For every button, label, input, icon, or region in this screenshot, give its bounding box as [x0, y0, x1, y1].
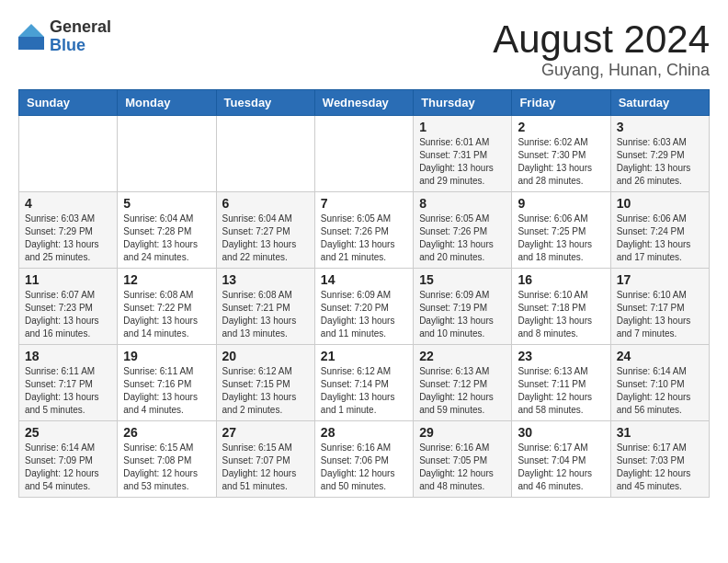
- calendar-cell: 21Sunrise: 6:12 AM Sunset: 7:14 PM Dayli…: [314, 345, 413, 421]
- logo-blue: Blue: [50, 37, 111, 55]
- weekday-header-sunday: Sunday: [19, 90, 118, 116]
- day-number: 5: [123, 196, 210, 211]
- weekday-header-monday: Monday: [118, 90, 216, 116]
- logo-general: General: [50, 18, 111, 37]
- calendar-cell: 28Sunrise: 6:16 AM Sunset: 7:06 PM Dayli…: [314, 421, 413, 498]
- calendar-cell: 18Sunrise: 6:11 AM Sunset: 7:17 PM Dayli…: [19, 345, 118, 421]
- day-number: 17: [617, 272, 703, 287]
- day-info: Sunrise: 6:09 AM Sunset: 7:20 PM Dayligh…: [321, 289, 407, 340]
- day-number: 11: [25, 272, 111, 287]
- day-number: 26: [123, 425, 210, 440]
- day-number: 2: [518, 120, 604, 134]
- calendar-cell: 15Sunrise: 6:09 AM Sunset: 7:19 PM Dayli…: [414, 269, 512, 345]
- day-info: Sunrise: 6:15 AM Sunset: 7:08 PM Dayligh…: [123, 442, 210, 493]
- calendar-subtitle: Guyang, Hunan, China: [493, 61, 710, 80]
- day-info: Sunrise: 6:13 AM Sunset: 7:11 PM Dayligh…: [518, 365, 604, 417]
- day-number: 8: [419, 196, 506, 211]
- logo: General Blue: [18, 18, 111, 55]
- day-info: Sunrise: 6:14 AM Sunset: 7:09 PM Dayligh…: [25, 442, 111, 493]
- day-info: Sunrise: 6:11 AM Sunset: 7:16 PM Dayligh…: [123, 365, 210, 417]
- weekday-header-row: SundayMondayTuesdayWednesdayThursdayFrid…: [19, 90, 710, 116]
- calendar-cell: [118, 116, 216, 192]
- day-info: Sunrise: 6:04 AM Sunset: 7:28 PM Dayligh…: [123, 213, 210, 264]
- day-info: Sunrise: 6:10 AM Sunset: 7:17 PM Dayligh…: [617, 289, 703, 340]
- day-info: Sunrise: 6:06 AM Sunset: 7:25 PM Dayligh…: [518, 213, 604, 264]
- calendar-cell: 22Sunrise: 6:13 AM Sunset: 7:12 PM Dayli…: [414, 345, 512, 421]
- day-info: Sunrise: 6:02 AM Sunset: 7:30 PM Dayligh…: [518, 136, 604, 188]
- weekday-header-thursday: Thursday: [414, 90, 512, 116]
- day-info: Sunrise: 6:04 AM Sunset: 7:27 PM Dayligh…: [222, 213, 309, 264]
- day-number: 16: [518, 272, 604, 287]
- calendar-cell: 31Sunrise: 6:17 AM Sunset: 7:03 PM Dayli…: [610, 421, 709, 498]
- day-info: Sunrise: 6:06 AM Sunset: 7:24 PM Dayligh…: [617, 213, 703, 264]
- calendar-week-row: 18Sunrise: 6:11 AM Sunset: 7:17 PM Dayli…: [19, 345, 710, 421]
- day-info: Sunrise: 6:07 AM Sunset: 7:23 PM Dayligh…: [25, 289, 111, 340]
- day-number: 9: [518, 196, 604, 211]
- calendar-week-row: 4Sunrise: 6:03 AM Sunset: 7:29 PM Daylig…: [19, 192, 710, 269]
- day-info: Sunrise: 6:17 AM Sunset: 7:04 PM Dayligh…: [518, 442, 604, 493]
- weekday-header-wednesday: Wednesday: [314, 90, 413, 116]
- calendar-table: SundayMondayTuesdayWednesdayThursdayFrid…: [18, 89, 710, 498]
- svg-marker-1: [18, 24, 44, 37]
- day-number: 7: [321, 196, 407, 211]
- weekday-header-friday: Friday: [512, 90, 610, 116]
- day-number: 24: [617, 349, 703, 363]
- day-number: 12: [123, 272, 210, 287]
- day-number: 25: [25, 425, 111, 440]
- calendar-title: August 2024: [493, 18, 710, 61]
- weekday-header-saturday: Saturday: [610, 90, 709, 116]
- day-number: 6: [222, 196, 309, 211]
- calendar-cell: 2Sunrise: 6:02 AM Sunset: 7:30 PM Daylig…: [512, 116, 610, 192]
- day-number: 31: [617, 425, 703, 440]
- page-header: General Blue August 2024 Guyang, Hunan, …: [18, 18, 710, 80]
- day-number: 1: [419, 120, 506, 134]
- day-info: Sunrise: 6:03 AM Sunset: 7:29 PM Dayligh…: [25, 213, 111, 264]
- day-number: 23: [518, 349, 604, 363]
- svg-rect-0: [18, 37, 44, 50]
- day-info: Sunrise: 6:16 AM Sunset: 7:06 PM Dayligh…: [321, 442, 407, 493]
- calendar-cell: 26Sunrise: 6:15 AM Sunset: 7:08 PM Dayli…: [118, 421, 216, 498]
- day-number: 19: [123, 349, 210, 363]
- calendar-cell: 25Sunrise: 6:14 AM Sunset: 7:09 PM Dayli…: [19, 421, 118, 498]
- calendar-cell: 7Sunrise: 6:05 AM Sunset: 7:26 PM Daylig…: [314, 192, 413, 269]
- calendar-cell: 11Sunrise: 6:07 AM Sunset: 7:23 PM Dayli…: [19, 269, 118, 345]
- calendar-cell: 16Sunrise: 6:10 AM Sunset: 7:18 PM Dayli…: [512, 269, 610, 345]
- calendar-cell: 9Sunrise: 6:06 AM Sunset: 7:25 PM Daylig…: [512, 192, 610, 269]
- logo-text: General Blue: [50, 18, 111, 55]
- day-number: 18: [25, 349, 111, 363]
- day-number: 28: [321, 425, 407, 440]
- day-number: 27: [222, 425, 309, 440]
- calendar-cell: 24Sunrise: 6:14 AM Sunset: 7:10 PM Dayli…: [610, 345, 709, 421]
- calendar-cell: 23Sunrise: 6:13 AM Sunset: 7:11 PM Dayli…: [512, 345, 610, 421]
- day-info: Sunrise: 6:08 AM Sunset: 7:21 PM Dayligh…: [222, 289, 309, 340]
- day-info: Sunrise: 6:12 AM Sunset: 7:15 PM Dayligh…: [222, 365, 309, 417]
- day-number: 13: [222, 272, 309, 287]
- calendar-cell: 4Sunrise: 6:03 AM Sunset: 7:29 PM Daylig…: [19, 192, 118, 269]
- day-number: 20: [222, 349, 309, 363]
- day-number: 15: [419, 272, 506, 287]
- calendar-cell: 3Sunrise: 6:03 AM Sunset: 7:29 PM Daylig…: [610, 116, 709, 192]
- day-info: Sunrise: 6:12 AM Sunset: 7:14 PM Dayligh…: [321, 365, 407, 417]
- day-info: Sunrise: 6:03 AM Sunset: 7:29 PM Dayligh…: [617, 136, 703, 188]
- day-info: Sunrise: 6:05 AM Sunset: 7:26 PM Dayligh…: [321, 213, 407, 264]
- calendar-cell: 10Sunrise: 6:06 AM Sunset: 7:24 PM Dayli…: [610, 192, 709, 269]
- day-number: 3: [617, 120, 703, 134]
- calendar-cell: 27Sunrise: 6:15 AM Sunset: 7:07 PM Dayli…: [216, 421, 314, 498]
- calendar-cell: 14Sunrise: 6:09 AM Sunset: 7:20 PM Dayli…: [314, 269, 413, 345]
- day-info: Sunrise: 6:11 AM Sunset: 7:17 PM Dayligh…: [25, 365, 111, 417]
- calendar-cell: [314, 116, 413, 192]
- calendar-cell: 13Sunrise: 6:08 AM Sunset: 7:21 PM Dayli…: [216, 269, 314, 345]
- calendar-cell: [216, 116, 314, 192]
- day-number: 14: [321, 272, 407, 287]
- day-number: 29: [419, 425, 506, 440]
- calendar-cell: 17Sunrise: 6:10 AM Sunset: 7:17 PM Dayli…: [610, 269, 709, 345]
- day-info: Sunrise: 6:16 AM Sunset: 7:05 PM Dayligh…: [419, 442, 506, 493]
- weekday-header-tuesday: Tuesday: [216, 90, 314, 116]
- day-info: Sunrise: 6:01 AM Sunset: 7:31 PM Dayligh…: [419, 136, 506, 188]
- day-info: Sunrise: 6:05 AM Sunset: 7:26 PM Dayligh…: [419, 213, 506, 264]
- title-area: August 2024 Guyang, Hunan, China: [493, 18, 710, 80]
- calendar-cell: 20Sunrise: 6:12 AM Sunset: 7:15 PM Dayli…: [216, 345, 314, 421]
- calendar-cell: 8Sunrise: 6:05 AM Sunset: 7:26 PM Daylig…: [414, 192, 512, 269]
- day-number: 10: [617, 196, 703, 211]
- calendar-week-row: 11Sunrise: 6:07 AM Sunset: 7:23 PM Dayli…: [19, 269, 710, 345]
